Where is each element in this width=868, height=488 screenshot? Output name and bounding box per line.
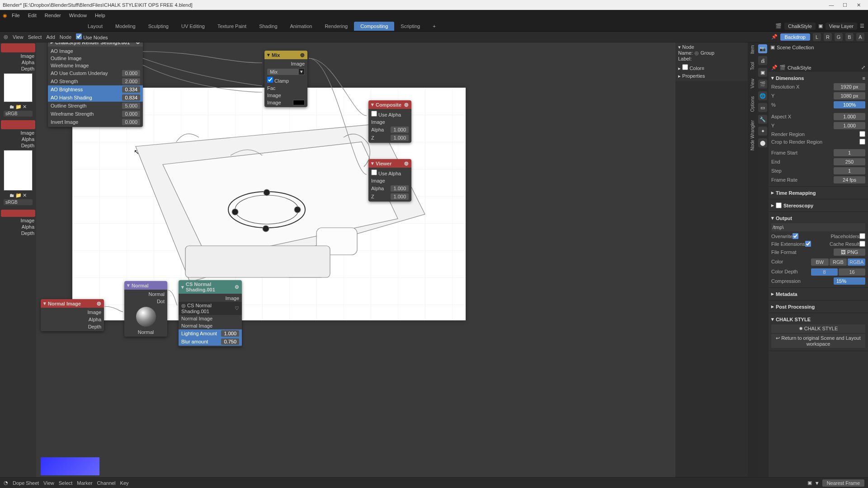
btn-select[interactable]: Select xyxy=(28,34,42,40)
dopesheet-mode[interactable]: Dope Sheet xyxy=(13,480,39,486)
minimize-icon[interactable]: — xyxy=(825,2,838,8)
gear-icon[interactable]: ⚙ xyxy=(136,42,140,45)
prop-viewlayer-icon[interactable]: ▣ xyxy=(758,68,767,77)
mix-fac[interactable]: Fac xyxy=(264,84,307,92)
channel-r[interactable]: R xyxy=(824,33,832,41)
node-normal-image[interactable]: ▾ Normal Image◍ Image Alpha Depth xyxy=(41,299,104,331)
settings-row[interactable]: AO Use Custom Underlay0.000 xyxy=(48,69,143,77)
tab-compositing[interactable]: Compositing xyxy=(354,22,394,31)
tab-add[interactable]: + xyxy=(426,22,442,31)
vtab-options[interactable]: Options xyxy=(750,96,755,112)
menu-edit[interactable]: Edit xyxy=(24,11,40,20)
menu-file[interactable]: File xyxy=(8,11,24,20)
scene-select[interactable]: ChalkStyle xyxy=(784,23,816,30)
settings-row[interactable]: AO Image xyxy=(48,47,143,55)
filter-icon[interactable]: ☰ xyxy=(860,23,864,29)
use-nodes-toggle[interactable]: Use Nodes xyxy=(76,33,108,40)
browse-icon[interactable]: 🖿 xyxy=(9,104,14,110)
compression[interactable]: 15% xyxy=(834,277,865,285)
folder-icon[interactable]: 📁 xyxy=(15,104,22,110)
backdrop-toggle[interactable]: Backdrop xyxy=(780,33,810,41)
mix-clamp[interactable]: Clamp xyxy=(267,77,289,84)
prop-particle-icon[interactable]: ✦ xyxy=(758,127,767,136)
options-icon[interactable]: ◍ xyxy=(404,160,409,166)
frame-step[interactable]: 1 xyxy=(834,167,865,174)
colorspace-select-2[interactable]: sRGB xyxy=(4,199,33,205)
prop-output-icon[interactable]: 🖨 xyxy=(758,56,767,65)
nodegroup-selector[interactable]: ◎ CS Normal Shading.001 xyxy=(181,303,235,314)
filter-icon[interactable]: ▼ xyxy=(815,480,820,486)
menu-render[interactable]: Render xyxy=(41,11,65,20)
menu-help[interactable]: Help xyxy=(91,11,109,20)
btn-add[interactable]: Add xyxy=(46,34,55,40)
editor-type-icon[interactable]: ◎ xyxy=(4,34,8,40)
viewer-image[interactable]: Image xyxy=(368,177,411,184)
outliner[interactable]: ▣Scene Collection xyxy=(769,42,868,63)
ds-marker[interactable]: Marker xyxy=(77,480,92,486)
viewlayer-select[interactable]: View Layer xyxy=(826,23,857,30)
channel-b[interactable]: B xyxy=(845,33,854,41)
ds-channel[interactable]: Channel xyxy=(97,480,116,486)
settings-row[interactable]: Outline Strength5.000 xyxy=(48,102,143,110)
pin-icon[interactable]: 📌 xyxy=(771,65,778,70)
prop-render-icon[interactable]: 📷 xyxy=(758,44,767,53)
menu-window[interactable]: Window xyxy=(66,11,90,20)
placeholders[interactable] xyxy=(859,233,865,239)
tab-rendering[interactable]: Rendering xyxy=(318,22,354,31)
remove-icon-2[interactable]: ✕ xyxy=(23,192,27,198)
options-icon[interactable]: ◍ xyxy=(300,52,305,58)
editor-type-icon[interactable]: ◔ xyxy=(4,480,8,486)
tab-shading[interactable]: Shading xyxy=(253,22,283,31)
color-rgba[interactable]: RGBA xyxy=(848,258,865,266)
mix-img2[interactable]: Image xyxy=(264,99,307,106)
settings-row[interactable]: Invert Image0.000 xyxy=(48,118,143,126)
close-icon[interactable]: ✕ xyxy=(852,2,865,8)
vtab-view[interactable]: View xyxy=(750,79,755,89)
tab-uv[interactable]: UV Editing xyxy=(175,22,211,31)
res-x[interactable]: 1920 px xyxy=(834,83,865,90)
mix-mode[interactable]: Mix xyxy=(267,69,298,75)
channel-a[interactable]: A xyxy=(856,33,864,41)
vtab-item[interactable]: Item xyxy=(750,45,755,54)
output-path[interactable]: /tmp\ xyxy=(771,223,865,231)
settings-row[interactable]: AO Strength2.000 xyxy=(48,77,143,85)
settings-row[interactable]: AO Harsh Shading0.834 xyxy=(48,94,143,102)
return-button[interactable]: ↩ Return to original Scene and Layout wo… xyxy=(771,334,865,348)
ds-select[interactable]: Select xyxy=(59,480,73,486)
btn-node[interactable]: Node xyxy=(60,34,71,40)
options-icon[interactable]: ◍ xyxy=(404,102,409,108)
res-y[interactable]: 1080 px xyxy=(834,92,865,99)
chalkstyle-button[interactable]: ✹ CHALK STYLE xyxy=(771,324,865,333)
tab-modeling[interactable]: Modeling xyxy=(109,22,142,31)
settings-row[interactable]: Wireframe Strength0.000 xyxy=(48,110,143,118)
frame-start[interactable]: 1 xyxy=(834,149,865,156)
thumbnail-1[interactable] xyxy=(4,73,33,102)
file-format[interactable]: 🖼 PNG xyxy=(834,249,865,256)
tab-scripting[interactable]: Scripting xyxy=(394,22,426,31)
depth-16[interactable]: 16 xyxy=(839,268,865,276)
res-pct[interactable]: 100% xyxy=(834,101,865,108)
node-name-field[interactable]: ◎ Group xyxy=(694,50,714,56)
node-color-toggle[interactable] xyxy=(682,64,688,70)
node-composite[interactable]: ▾ Composite◍ Use Alpha Image Alpha1.000 … xyxy=(368,100,411,143)
prop-modifier-icon[interactable]: 🔧 xyxy=(758,115,767,124)
channel-g[interactable]: G xyxy=(835,33,843,41)
mix-out-image[interactable]: Image xyxy=(264,60,307,67)
prop-world-icon[interactable]: 🌐 xyxy=(758,91,767,100)
list-icon[interactable]: ≡ xyxy=(701,66,704,71)
channel-l[interactable]: L xyxy=(813,33,821,41)
colorspace-select-1[interactable]: sRGB xyxy=(4,111,33,117)
sphere-preview[interactable] xyxy=(136,307,156,327)
summary-icon[interactable]: ▣ xyxy=(807,480,812,486)
tab-animation[interactable]: Animation xyxy=(284,22,319,31)
render-layers-node-partial[interactable] xyxy=(1,43,35,52)
file-ext[interactable] xyxy=(805,241,811,247)
folder-icon-2[interactable]: 📁 xyxy=(15,192,22,198)
viewer-usealpha[interactable]: Use Alpha xyxy=(371,169,401,176)
render-layers-node-partial-2[interactable] xyxy=(1,120,35,129)
depth-8[interactable]: 8 xyxy=(811,268,838,276)
tab-texpaint[interactable]: Texture Paint xyxy=(211,22,253,31)
composite-usealpha[interactable]: Use Alpha xyxy=(371,111,401,117)
prop-scene-icon[interactable]: 🎬 xyxy=(758,80,767,89)
node-normal[interactable]: ▾ Normal Normal Dot Normal xyxy=(124,281,167,337)
